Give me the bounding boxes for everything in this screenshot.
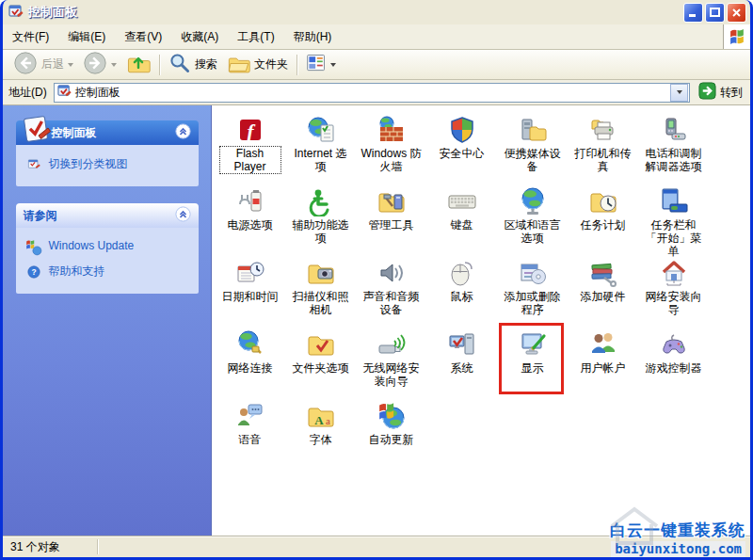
cp-item-add-remove-programs[interactable]: 添加或删除程序 [497, 255, 568, 327]
address-value: 控制面板 [75, 85, 670, 101]
cp-item-label: 管理工具 [369, 218, 414, 232]
phone-modem-icon [659, 115, 689, 145]
sidebar-item-help[interactable]: ?帮助和支持 [24, 260, 191, 284]
cp-item-label: 添加或删除程序 [503, 290, 563, 316]
keyboard-icon [447, 186, 477, 216]
cp-item-network-connections[interactable]: 网络连接 [215, 327, 285, 398]
views-dropdown-icon[interactable] [330, 63, 336, 67]
game-controllers-icon [659, 329, 689, 360]
cp-item-windows-firewall[interactable]: Windows 防火墙 [356, 112, 426, 184]
control-panel-icon [57, 84, 72, 101]
folders-button[interactable]: 文件夹 [222, 53, 293, 77]
views-button[interactable] [301, 53, 341, 77]
toolbar-separator [296, 55, 297, 75]
forward-button[interactable] [78, 53, 121, 77]
forward-icon [83, 51, 107, 78]
search-icon [168, 52, 191, 77]
back-button[interactable]: 后退 [8, 53, 78, 77]
up-button[interactable] [121, 53, 155, 77]
cp-item-label: 网络安装向导 [644, 290, 704, 316]
accessibility-icon [306, 186, 336, 216]
menu-item-3[interactable]: 收藏(A) [171, 24, 228, 49]
cp-item-fonts[interactable]: Aa字体 [285, 398, 356, 470]
menu-bar: 文件(F)编辑(E)查看(V)收藏(A)工具(T)帮助(H) [3, 24, 750, 50]
sidebar-item-windows-update[interactable]: Windows Update [24, 235, 191, 260]
menu-item-1[interactable]: 编辑(E) [58, 24, 115, 49]
cp-item-date-time[interactable]: 日期和时间 [215, 255, 285, 327]
chevron-up-icon[interactable] [175, 206, 191, 225]
cp-item-label: 鼠标 [451, 290, 473, 303]
flash-player-icon: f [235, 115, 265, 145]
menu-spacer [341, 24, 723, 49]
cp-item-portable-media[interactable]: 便携媒体设备 [497, 112, 568, 184]
cp-item-label: 网络连接 [228, 361, 273, 375]
cp-item-system[interactable]: 系统 [426, 327, 497, 398]
cp-item-sounds-audio[interactable]: 声音和音频设备 [356, 255, 426, 327]
address-label: 地址(D) [7, 85, 49, 101]
menu-item-5[interactable]: 帮助(H) [284, 24, 342, 49]
cp-item-internet-options[interactable]: Internet 选项 [285, 112, 356, 184]
toolbar-separator [159, 55, 160, 75]
cp-item-flash-player[interactable]: fFlash Player [215, 112, 285, 184]
menu-item-4[interactable]: 工具(T) [228, 24, 283, 49]
cp-item-display[interactable]: 显示 [497, 327, 568, 398]
back-dropdown-icon[interactable] [68, 63, 73, 67]
minimize-button[interactable] [683, 3, 703, 23]
cp-item-folder-options[interactable]: 文件夹选项 [285, 327, 356, 398]
cp-item-game-controllers[interactable]: 游戏控制器 [638, 327, 709, 398]
cp-item-label: 自动更新 [369, 433, 414, 446]
cp-item-label: 语音 [239, 433, 262, 446]
sidebar-panel-control-panel: 控制面板 切换到分类视图 [16, 120, 199, 186]
cp-item-label: 声音和音频设备 [361, 290, 422, 316]
help-icon: ? [25, 264, 42, 280]
content-area: fFlash PlayerInternet 选项Windows 防火墙安全中心便… [212, 105, 750, 536]
folders-label: 文件夹 [254, 56, 288, 72]
security-center-icon [447, 115, 477, 145]
cp-item-label: 字体 [310, 433, 332, 446]
maximize-button[interactable] [705, 3, 725, 23]
cp-item-scheduled-tasks[interactable]: 任务计划 [568, 184, 638, 255]
close-button[interactable] [727, 3, 746, 23]
cp-item-add-hardware[interactable]: 添加硬件 [568, 255, 638, 327]
go-button[interactable]: 转到 [695, 82, 746, 103]
svg-text:A: A [314, 413, 324, 427]
cp-item-speech[interactable]: 语音 [215, 398, 285, 470]
display-icon [518, 329, 548, 360]
cp-item-regional-language[interactable]: 区域和语言选项 [497, 184, 568, 255]
address-dropdown-button[interactable] [670, 84, 688, 102]
cp-item-label: 键盘 [451, 218, 473, 232]
forward-dropdown-icon[interactable] [111, 63, 117, 67]
system-icon [447, 329, 477, 360]
cp-item-phone-modem[interactable]: 电话和调制解调器选项 [638, 112, 709, 184]
cp-item-label: 任务计划 [581, 218, 626, 232]
cp-item-printers-faxes[interactable]: 打印机和传真 [568, 112, 638, 184]
folder-options-icon [306, 329, 336, 360]
taskbar-start-icon [659, 186, 689, 216]
panel-header[interactable]: 请参阅 [16, 203, 199, 228]
cp-item-taskbar-start[interactable]: 任务栏和「开始」菜单 [638, 184, 709, 255]
mouse-icon [447, 258, 477, 288]
cp-item-auto-update[interactable]: 自动更新 [356, 398, 426, 470]
cp-item-power-options[interactable]: 电源选项 [215, 184, 285, 255]
cp-item-scanners-cameras[interactable]: 扫描仪和照相机 [285, 255, 356, 327]
cp-item-network-setup-wizard[interactable]: 网络安装向导 [638, 255, 709, 327]
add-remove-programs-icon [518, 258, 548, 288]
title-bar[interactable]: 控制面板 [3, 0, 750, 24]
address-input[interactable]: 控制面板 [54, 83, 690, 103]
up-folder-icon [126, 51, 151, 78]
search-label: 搜索 [195, 56, 217, 72]
cp-item-user-accounts[interactable]: 用户帐户 [568, 327, 638, 398]
cp-item-admin-tools[interactable]: 管理工具 [356, 184, 426, 255]
sidebar-item-category-view[interactable]: 切换到分类视图 [24, 152, 191, 177]
control-panel-window: 控制面板 文件(F)编辑(E)查看(V)收藏(A)工具(T)帮助(H) 后退 搜… [0, 0, 753, 560]
search-button[interactable]: 搜索 [164, 53, 222, 77]
cp-item-security-center[interactable]: 安全中心 [426, 112, 497, 184]
cp-item-mouse[interactable]: 鼠标 [426, 255, 497, 327]
windows-update-icon [25, 239, 42, 256]
cp-item-keyboard[interactable]: 键盘 [426, 184, 497, 255]
cp-item-accessibility[interactable]: 辅助功能选项 [285, 184, 356, 255]
cp-item-wireless-wizard[interactable]: 无线网络安装向导 [356, 327, 426, 398]
menu-item-0[interactable]: 文件(F) [3, 24, 58, 49]
chevron-up-icon[interactable] [175, 123, 191, 142]
menu-item-2[interactable]: 查看(V) [115, 24, 171, 49]
